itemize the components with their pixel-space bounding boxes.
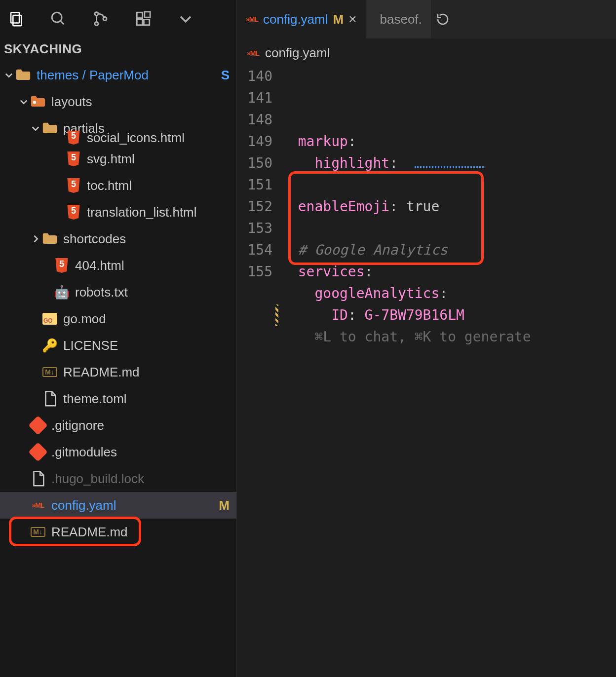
yaml-icon: »ML (246, 15, 258, 23)
code-editor[interactable]: 140141148149150151152153154155 markup: h… (237, 66, 616, 348)
tree-item[interactable]: 🔑LICENSE (0, 332, 236, 359)
svg-rect-0 (11, 12, 19, 23)
tree-label: .hugo_build.lock (51, 471, 236, 487)
svg-point-2 (52, 12, 62, 22)
restore-icon[interactable] (431, 0, 454, 38)
breadcrumb-label: config.yaml (265, 45, 330, 61)
tree-label: social_icons.html (87, 131, 236, 146)
svg-rect-11 (33, 101, 36, 104)
tree-item[interactable]: theme.toml (0, 385, 236, 412)
search-icon[interactable] (46, 7, 70, 31)
html5-icon (65, 204, 82, 221)
git-icon (30, 417, 46, 434)
yaml-icon: »ML (247, 49, 259, 57)
activity-bar (0, 0, 236, 38)
explorer-icon[interactable] (4, 7, 28, 31)
folder-orange-icon (30, 93, 46, 110)
file-tree: themes / PaperMod S layoutspartialssocia… (0, 62, 236, 677)
svg-rect-9 (144, 19, 149, 25)
tab-config-yaml[interactable]: »ML config.yaml M × (237, 0, 366, 38)
html5-icon (65, 150, 82, 167)
tree-item[interactable]: »MLconfig.yamlM (0, 492, 236, 519)
tree-item[interactable]: .gitmodules (0, 439, 236, 465)
tree-item[interactable]: shortcodes (0, 226, 236, 252)
tree-label: README.md (63, 365, 236, 380)
git-icon (30, 444, 46, 460)
tree-label: robots.txt (75, 285, 236, 300)
svg-point-5 (95, 22, 98, 25)
chevron-right-icon (30, 234, 41, 244)
svg-rect-10 (145, 12, 150, 17)
folder-icon (15, 67, 32, 83)
tree-label: layouts (51, 94, 236, 110)
extensions-icon[interactable] (131, 7, 155, 31)
vcs-status-badge: S (221, 68, 230, 83)
tree-label: go.mod (63, 311, 236, 327)
key-icon: 🔑 (41, 337, 58, 354)
tree-label: shortcodes (63, 231, 236, 247)
svg-point-4 (95, 12, 98, 16)
svg-rect-7 (137, 12, 142, 18)
tree-item[interactable]: svg.html (0, 146, 236, 172)
tree-item[interactable]: GOgo.mod (0, 305, 236, 332)
tab-baseof[interactable]: baseof. (366, 0, 431, 38)
overflow-icon[interactable] (174, 7, 197, 31)
svg-line-3 (60, 21, 64, 24)
folder-icon (41, 230, 58, 247)
tab-label: baseof. (380, 12, 422, 27)
html5-icon (65, 177, 82, 194)
yaml-icon: »ML (30, 497, 46, 514)
tree-item[interactable]: 🤖robots.txt (0, 279, 236, 305)
chevron-down-icon (18, 97, 30, 107)
tree-label: .gitignore (51, 418, 236, 433)
line-gutter: 140141148149150151152153154155 (237, 66, 281, 348)
html5-icon (53, 257, 70, 274)
go-icon: GO (41, 310, 58, 327)
tree-label: LICENSE (63, 338, 236, 353)
html5-icon (65, 131, 82, 146)
inline-hint: ⌘L to chat, ⌘K to generate (314, 329, 531, 345)
tree-item[interactable]: .gitignore (0, 412, 236, 439)
md-icon: M↓ (30, 524, 46, 540)
code-content[interactable]: markup: highlight: enableEmoji: true # G… (281, 66, 616, 348)
vcs-status-badge: M (219, 498, 230, 513)
tree-folder-root[interactable]: themes / PaperMod S (0, 62, 236, 88)
tree-label: translation_list.html (87, 205, 236, 220)
tab-modified-badge: M (333, 12, 344, 27)
tree-label: README.md (51, 525, 236, 540)
svg-point-6 (103, 17, 107, 20)
editor-pane: »ML config.yaml M × baseof. »ML config.y… (237, 0, 616, 677)
breadcrumb[interactable]: »ML config.yaml (237, 38, 616, 66)
svg-rect-8 (137, 19, 142, 25)
tab-bar: »ML config.yaml M × baseof. (237, 0, 616, 38)
tree-item[interactable]: M↓README.md (0, 359, 236, 385)
close-icon[interactable]: × (348, 11, 356, 27)
tree-label: toc.html (87, 178, 236, 193)
tree-label: .gitmodules (51, 445, 236, 460)
tree-item[interactable]: toc.html (0, 172, 236, 199)
file-icon (30, 470, 46, 487)
tree-item[interactable]: translation_list.html (0, 199, 236, 226)
tree-item[interactable]: social_icons.html (0, 131, 236, 146)
robot-icon: 🤖 (53, 284, 70, 301)
tree-label: theme.toml (63, 391, 236, 407)
svg-rect-1 (13, 15, 21, 26)
tree-item[interactable]: M↓README.md (0, 519, 236, 545)
tree-label: svg.html (87, 151, 236, 167)
explorer-sidebar: SKYACHING themes / PaperMod S layoutspar… (0, 0, 237, 677)
chevron-down-icon (3, 70, 15, 80)
tree-item[interactable]: layouts (0, 88, 236, 115)
file-icon (41, 390, 58, 407)
tree-item[interactable]: .hugo_build.lock (0, 465, 236, 492)
tree-label: config.yaml (51, 498, 219, 513)
tab-label: config.yaml (263, 12, 328, 27)
source-control-icon[interactable] (89, 7, 113, 31)
tree-label: themes / PaperMod (37, 68, 221, 83)
tree-label: 404.html (75, 258, 236, 273)
md-icon: M↓ (41, 364, 58, 380)
explorer-title: SKYACHING (0, 38, 236, 62)
tree-item[interactable]: 404.html (0, 252, 236, 279)
